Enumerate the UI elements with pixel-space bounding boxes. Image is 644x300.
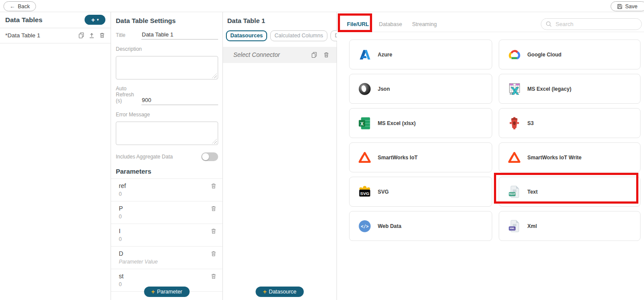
connector-card[interactable]: SmartWorks IoT: [349, 142, 492, 172]
svg-icon: SVG: [357, 184, 373, 200]
add-parameter-label: Parameter: [157, 289, 182, 295]
search-box: [541, 18, 642, 30]
connector-picker-panel: File/URL Database Streaming Azure Google…: [337, 12, 644, 300]
connector-card[interactable]: MS Excel (legacy): [499, 74, 641, 104]
tab-streaming[interactable]: Streaming: [412, 21, 437, 27]
connector-card-label: Azure: [378, 52, 392, 58]
web-data-icon: </>: [357, 218, 373, 234]
tab-file-url[interactable]: File/URL: [347, 21, 369, 27]
select-connector-row[interactable]: Select Connector: [223, 47, 337, 63]
trash-icon[interactable]: [210, 273, 217, 280]
data-table-item-name: *Data Table 1: [5, 32, 40, 39]
search-icon: [546, 21, 552, 27]
data-table-list-item[interactable]: *Data Table 1: [0, 28, 111, 43]
description-label: Description: [116, 46, 218, 52]
add-parameter-button[interactable]: + Parameter: [144, 287, 190, 297]
json-icon: [357, 81, 373, 97]
excel-xlsx-icon: X: [357, 115, 373, 131]
smartworks-iot-icon: [357, 150, 373, 165]
tab-datasources[interactable]: Datasources: [226, 30, 267, 41]
tab-database[interactable]: Database: [379, 21, 402, 27]
connector-card[interactable]: TEXT Text: [499, 177, 641, 207]
connector-card-label: Json: [378, 86, 390, 92]
parameter-value[interactable]: Parameter Value: [119, 259, 217, 265]
trash-icon[interactable]: [210, 251, 217, 257]
azure-icon: [357, 47, 373, 63]
connector-grid: Azure Google Cloud Json MS Excel (legacy…: [349, 40, 641, 241]
search-input[interactable]: [556, 21, 637, 27]
connector-card[interactable]: Json: [349, 74, 492, 104]
title-field[interactable]: [141, 31, 218, 40]
smartworks-iot-write-icon: [507, 150, 522, 165]
plus-icon: +: [91, 16, 95, 23]
connector-card[interactable]: SmartWorks IoT Write: [499, 142, 641, 172]
text-icon: TEXT: [507, 184, 522, 200]
connector-card[interactable]: XML Xml: [499, 211, 641, 241]
plus-icon: +: [151, 288, 155, 295]
copy-icon[interactable]: [78, 32, 85, 39]
parameter-name[interactable]: I: [119, 227, 217, 234]
data-table-settings-panel: Data Table Settings Title Description Au…: [111, 12, 223, 300]
data-tables-title: Data Tables: [5, 16, 42, 24]
parameter-value[interactable]: 0: [119, 191, 217, 197]
error-message-textarea[interactable]: [116, 122, 218, 145]
connector-card[interactable]: S3: [499, 108, 641, 138]
trash-icon[interactable]: [99, 32, 105, 39]
trash-icon[interactable]: [210, 183, 217, 189]
data-tables-panel: Data Tables + ▾ *Data Table 1: [0, 12, 111, 300]
xml-icon: XML: [507, 218, 522, 234]
connector-card-label: S3: [527, 120, 534, 126]
add-datasource-button[interactable]: + Datasource: [255, 287, 304, 297]
parameter-row: P 0: [111, 201, 222, 224]
top-bar: ← Back Save: [0, 0, 644, 12]
connector-card[interactable]: SVG SVG: [349, 177, 492, 207]
aggregate-toggle[interactable]: [201, 152, 218, 161]
add-datasource-label: Datasource: [269, 289, 297, 295]
auto-refresh-label: Auto Refresh (s): [116, 86, 141, 105]
description-textarea[interactable]: [116, 56, 218, 79]
plus-icon: +: [263, 288, 266, 295]
connector-card-label: Xml: [527, 223, 537, 229]
trash-icon[interactable]: [210, 228, 217, 234]
connector-card[interactable]: </> Web Data: [349, 211, 492, 241]
connector-card-label: MS Excel (xlsx): [378, 120, 415, 126]
connector-card[interactable]: Azure: [349, 40, 492, 69]
trash-icon[interactable]: [323, 52, 330, 58]
connector-card-label: SmartWorks IoT: [378, 155, 418, 161]
parameter-row: D Parameter Value: [111, 246, 222, 269]
tab-calculated-columns[interactable]: Calculated Columns: [270, 30, 327, 41]
parameter-name[interactable]: ref: [119, 182, 217, 189]
connector-card-label: MS Excel (legacy): [527, 86, 571, 92]
parameter-name[interactable]: st: [119, 273, 217, 280]
excel-legacy-icon: [507, 81, 522, 97]
connector-card-label: SmartWorks IoT Write: [527, 155, 582, 161]
auto-refresh-field[interactable]: [141, 97, 218, 105]
title-field-label: Title: [116, 32, 141, 40]
add-data-table-button[interactable]: + ▾: [85, 15, 105, 25]
google-cloud-icon: [507, 47, 522, 63]
error-message-label: Error Message: [116, 112, 218, 118]
trash-icon[interactable]: [210, 205, 217, 212]
parameter-list: ref 0 P 0 I 0 D Parameter Value: [111, 178, 222, 292]
parameter-value[interactable]: 0: [119, 214, 217, 220]
parameter-name[interactable]: P: [119, 205, 217, 212]
parameter-value[interactable]: 0: [119, 236, 217, 242]
s3-icon: [507, 115, 522, 131]
parameters-title: Parameters: [116, 168, 218, 178]
copy-icon[interactable]: [311, 52, 317, 58]
connector-card[interactable]: X MS Excel (xlsx): [349, 108, 492, 138]
datasources-panel: Data Table 1 Datasources Calculated Colu…: [223, 12, 337, 300]
back-button[interactable]: ← Back: [3, 1, 36, 11]
save-icon: [617, 3, 623, 10]
connector-card-label: SVG: [378, 189, 389, 195]
aggregate-label: Includes Aggregate Data: [116, 154, 173, 160]
parameter-name[interactable]: D: [119, 250, 217, 257]
connector-card[interactable]: Google Cloud: [499, 40, 641, 69]
svg-text:X: X: [360, 121, 364, 126]
upload-icon[interactable]: [88, 32, 95, 39]
svg-text:XML: XML: [510, 227, 515, 230]
save-button[interactable]: Save: [611, 1, 644, 11]
chevron-down-icon: ▾: [97, 18, 99, 22]
settings-title: Data Table Settings: [116, 17, 218, 24]
save-button-label: Save: [625, 3, 638, 10]
